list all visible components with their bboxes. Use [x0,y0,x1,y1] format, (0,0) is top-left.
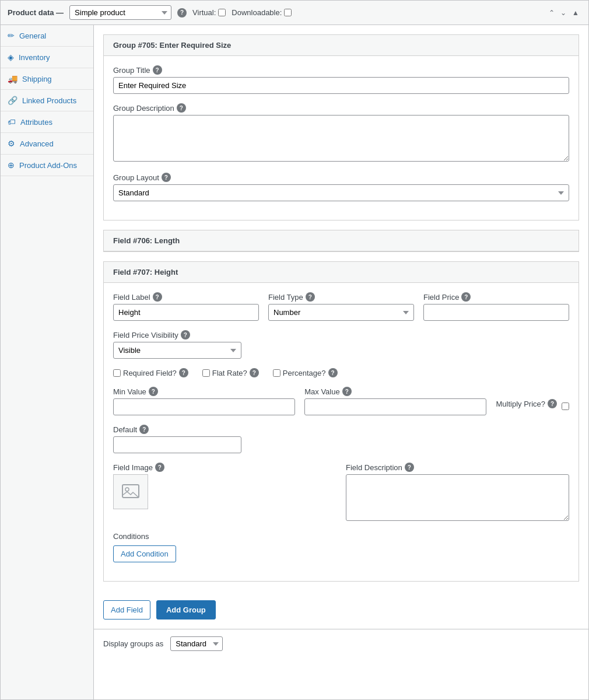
field-image-placeholder[interactable] [113,474,148,509]
sidebar-item-linked-products[interactable]: 🔗 Linked Products [1,90,93,111]
group-description-label: Group Description ? [113,103,569,113]
product-type-help-icon[interactable]: ? [177,8,187,18]
add-group-button[interactable]: Add Group [156,600,216,620]
sidebar-item-attributes[interactable]: 🏷 Attributes [1,111,93,133]
field-707-header: Field #707: Height [104,262,579,283]
display-groups-select[interactable]: Standard Tabs [170,636,223,651]
virtual-checkbox[interactable] [218,9,226,16]
multiply-price-col: Multiply Price? ? [496,399,569,415]
conditions-label: Conditions [113,532,569,541]
multiply-price-help-icon[interactable]: ? [548,399,557,408]
multiply-price-label: Multiply Price? ? [496,399,557,408]
min-value-col: Min Value ? [113,387,295,415]
flat-rate-help-icon[interactable]: ? [250,368,259,377]
default-label: Default ? [113,425,241,434]
field-price-input[interactable] [423,304,569,321]
required-field-item: Required Field? ? [113,368,188,377]
max-value-help-icon[interactable]: ? [342,387,352,396]
sidebar-item-label: Product Add-Ons [19,161,77,170]
svg-point-1 [125,488,129,491]
field-label-input[interactable] [113,304,259,321]
field-price-visibility-help-icon[interactable]: ? [181,330,190,340]
sidebar-item-label: Shipping [22,75,52,83]
required-field-help-icon[interactable]: ? [179,368,188,377]
sidebar-item-shipping[interactable]: 🚚 Shipping [1,68,93,90]
add-condition-button[interactable]: Add Condition [113,545,176,562]
sidebar-item-label: Attributes [20,118,52,127]
sidebar-item-product-addons[interactable]: ⊕ Product Add-Ons [1,155,93,176]
field-description-col: Field Description ? [346,463,569,523]
field-image-label: Field Image ? [113,463,336,472]
arrow-up-btn[interactable]: ⌃ [546,8,557,18]
sidebar-item-inventory[interactable]: ◈ Inventory [1,47,93,68]
field-label-col: Field Label ? [113,292,259,321]
sidebar-item-general[interactable]: ✏ General [1,25,93,47]
product-addons-icon: ⊕ [8,160,15,170]
arrow-down-btn[interactable]: ⌄ [558,8,569,18]
field-description-textarea[interactable] [346,474,569,521]
group-description-textarea[interactable] [113,115,569,162]
field-label-help-icon[interactable]: ? [153,292,162,302]
field-price-visibility-label: Field Price Visibility ? [113,330,241,340]
percentage-item: Percentage? ? [273,368,338,377]
field-type-help-icon[interactable]: ? [306,292,315,302]
field-image-help-icon[interactable]: ? [155,463,164,472]
header-arrows: ⌃ ⌄ ▲ [546,8,581,18]
field-description-label: Field Description ? [346,463,569,472]
display-groups-footer: Display groups as Standard Tabs [94,629,588,658]
group-title-help-icon[interactable]: ? [153,65,162,75]
display-groups-label: Display groups as [103,639,163,648]
image-placeholder-icon [121,482,140,501]
min-value-input[interactable] [113,398,295,415]
field-description-help-icon[interactable]: ? [405,463,414,472]
field-price-col: Field Price ? [423,292,569,321]
required-field-checkbox[interactable] [113,369,121,377]
percentage-help-icon[interactable]: ? [328,368,338,377]
field-label-type-price-row: Field Label ? Field Type ? Number [113,292,569,321]
downloadable-checkbox[interactable] [284,9,292,16]
sidebar-item-label: General [19,32,46,40]
min-value-help-icon[interactable]: ? [149,387,158,396]
add-field-button[interactable]: Add Field [103,600,150,620]
group-layout-select[interactable]: Standard Stacked Display as table [113,184,569,201]
arrow-expand-btn[interactable]: ▲ [570,8,581,18]
conditions-row: Conditions Add Condition [113,532,569,562]
sidebar-item-label: Inventory [19,53,50,62]
group-layout-help-icon[interactable]: ? [162,173,171,182]
downloadable-label: Downloadable: [232,8,292,17]
group-title-row: Group Title ? [113,65,569,94]
default-row: Default ? [113,425,241,453]
default-input[interactable] [113,436,241,453]
flat-rate-checkbox[interactable] [202,369,210,377]
max-value-col: Max Value ? [304,387,486,415]
field-price-visibility-select[interactable]: Visible Hidden [113,342,241,359]
field-type-label: Field Type ? [268,292,414,302]
field-type-col: Field Type ? Number Text Textarea Select… [268,292,414,321]
field-price-help-icon[interactable]: ? [461,292,471,302]
attributes-icon: 🏷 [8,117,16,127]
field-label-label: Field Label ? [113,292,259,302]
product-data-header: Product data — Simple product Variable p… [1,1,588,25]
bottom-buttons: Add Field Add Group [94,591,588,629]
group-title-label: Group Title ? [113,65,569,75]
sidebar-item-advanced[interactable]: ⚙ Advanced [1,133,93,155]
percentage-checkbox[interactable] [273,369,281,377]
field-type-select[interactable]: Number Text Textarea Select Radio Checkb… [268,304,414,321]
group-layout-row: Group Layout ? Standard Stacked Display … [113,173,569,201]
max-value-input[interactable] [304,398,486,415]
group-description-help-icon[interactable]: ? [177,103,186,113]
group-title-input[interactable] [113,77,569,94]
sidebar-item-label: Advanced [20,139,54,148]
field-image-col: Field Image ? [113,463,336,523]
group-layout-label: Group Layout ? [113,173,569,182]
min-value-label: Min Value ? [113,387,295,396]
default-help-icon[interactable]: ? [139,425,149,434]
field-image-description-row: Field Image ? [113,463,569,523]
group-705-section: Group #705: Enter Required Size Group Ti… [103,34,579,220]
field-price-visibility-row: Field Price Visibility ? Visible Hidden [113,330,241,359]
advanced-icon: ⚙ [8,139,15,148]
general-icon: ✏ [8,31,15,40]
product-type-select[interactable]: Simple product Variable product Grouped … [69,5,171,20]
field-707-section: Field #707: Height Field Label ? [103,261,579,582]
multiply-price-checkbox[interactable] [562,402,569,410]
